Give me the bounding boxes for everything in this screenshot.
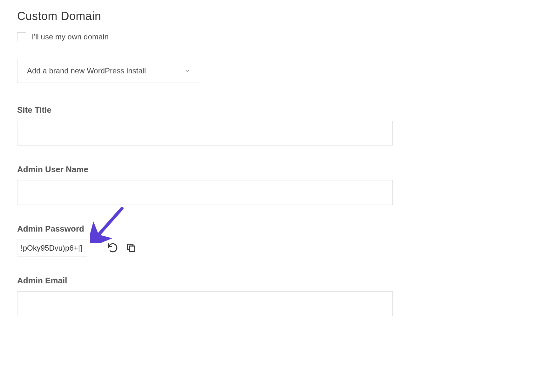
own-domain-checkbox-row[interactable]: I'll use my own domain (17, 32, 516, 41)
admin-email-label: Admin Email (17, 276, 516, 286)
copy-icon (126, 242, 137, 254)
site-title-label: Site Title (17, 105, 516, 115)
admin-password-value[interactable]: !pOky95Dvu)p6+|] (17, 240, 87, 257)
own-domain-checkbox-label: I'll use my own domain (32, 32, 109, 41)
regenerate-password-button[interactable] (107, 242, 119, 254)
admin-password-row: !pOky95Dvu)p6+|] (17, 240, 516, 257)
admin-user-label: Admin User Name (17, 165, 516, 174)
own-domain-checkbox[interactable] (17, 32, 26, 41)
admin-email-field-group: Admin Email (17, 276, 516, 316)
admin-user-field-group: Admin User Name (17, 165, 516, 205)
install-type-select[interactable]: Add a brand new WordPress install (17, 59, 200, 83)
admin-user-input[interactable] (17, 180, 393, 205)
admin-email-input[interactable] (17, 291, 393, 316)
svg-rect-1 (129, 246, 135, 251)
refresh-icon (107, 242, 118, 254)
admin-password-field-group: Admin Password !pOky95Dvu)p6+|] (17, 224, 516, 257)
site-title-field-group: Site Title (17, 105, 516, 145)
chevron-down-icon (185, 68, 190, 74)
admin-password-label: Admin Password (17, 224, 516, 234)
copy-password-button[interactable] (125, 242, 137, 254)
site-title-input[interactable] (17, 121, 393, 145)
password-actions (107, 242, 137, 254)
install-type-select-value: Add a brand new WordPress install (27, 66, 146, 75)
custom-domain-heading: Custom Domain (17, 10, 516, 23)
